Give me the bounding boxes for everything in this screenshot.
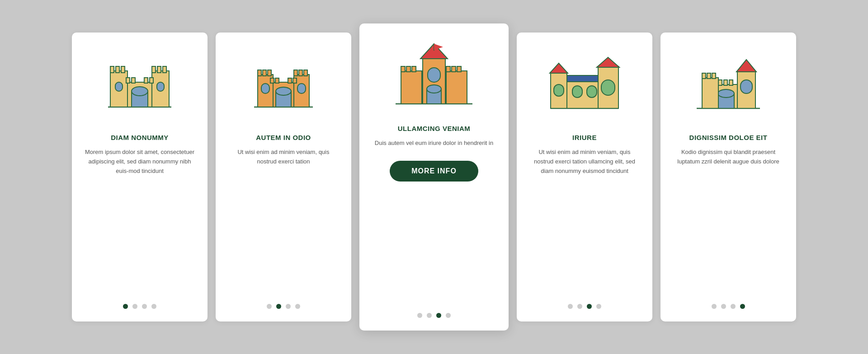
card-5-text: Kodio dignissim qui blandit praesent lup… [673, 148, 783, 167]
svg-rect-32 [270, 78, 274, 83]
svg-point-55 [427, 85, 441, 93]
card-3-title: ULLAMCING VENIAM [398, 125, 471, 132]
card-4-text: Ut wisi enim ad minim veniam, quis nostr… [529, 148, 640, 176]
card-4-dots [568, 299, 601, 309]
dot [142, 304, 147, 309]
castle-icon-3 [393, 42, 475, 114]
svg-rect-11 [157, 66, 161, 73]
dot [295, 304, 300, 309]
svg-rect-33 [275, 78, 279, 83]
svg-rect-34 [288, 78, 292, 83]
svg-point-71 [718, 89, 734, 98]
svg-rect-42 [401, 71, 422, 104]
svg-rect-44 [406, 66, 410, 72]
svg-rect-8 [115, 82, 123, 91]
more-info-button[interactable]: MORE INFO [390, 161, 478, 182]
dot [568, 304, 573, 309]
dot [446, 313, 451, 318]
card-4-title: IRIURE [572, 134, 597, 141]
dot [596, 304, 601, 309]
svg-rect-31 [297, 84, 306, 93]
dot [151, 304, 156, 309]
svg-rect-35 [293, 78, 297, 83]
svg-rect-12 [163, 66, 166, 73]
svg-rect-45 [412, 66, 416, 72]
svg-rect-48 [452, 66, 456, 72]
card-2-text: Ut wisi enim ad minim veniam, quis nostr… [228, 148, 339, 167]
card-5-title: DIGNISSIM DOLOE EIT [689, 134, 768, 141]
svg-rect-14 [126, 78, 130, 83]
card-3: ULLAMCING VENIAM Duis autem vel eum iriu… [359, 23, 509, 331]
cards-container: DIAM NONUMMY Morem ipsum dolor sit amet,… [45, 5, 823, 349]
castle-icon-4 [544, 51, 625, 123]
svg-rect-6 [116, 66, 119, 73]
svg-marker-77 [736, 60, 756, 72]
svg-rect-47 [446, 66, 450, 72]
svg-rect-16 [144, 78, 148, 83]
dot-active [276, 304, 281, 309]
svg-rect-13 [157, 82, 164, 91]
dot [427, 313, 432, 318]
svg-rect-5 [110, 66, 114, 73]
svg-rect-74 [707, 73, 711, 79]
svg-rect-80 [724, 80, 727, 85]
svg-marker-64 [597, 57, 619, 67]
svg-rect-7 [121, 66, 125, 73]
svg-rect-28 [294, 70, 297, 76]
dot [712, 304, 717, 309]
card-3-text: Duis autem vel eum iriure dolor in hendr… [375, 139, 493, 148]
svg-rect-79 [718, 80, 722, 85]
svg-point-3 [132, 87, 148, 96]
svg-rect-66 [572, 86, 582, 98]
svg-rect-43 [401, 66, 405, 72]
svg-rect-62 [554, 84, 564, 96]
card-2-dots [267, 299, 300, 309]
svg-rect-30 [304, 70, 307, 76]
svg-rect-29 [299, 70, 302, 76]
svg-rect-72 [702, 78, 718, 108]
svg-rect-73 [702, 73, 706, 79]
dot-active [587, 304, 592, 309]
card-1-text: Morem ipsum dolor sit amet, consectetuer… [85, 148, 195, 176]
card-5: DIGNISSIM DOLOE EIT Kodio dignissim qui … [660, 33, 796, 321]
svg-marker-61 [550, 63, 568, 73]
dot [132, 304, 137, 309]
svg-rect-49 [457, 66, 461, 72]
castle-icon-2 [243, 51, 324, 123]
svg-rect-10 [152, 66, 156, 73]
card-4: IRIURE Ut wisi enim ad minim veniam, qui… [517, 33, 652, 321]
svg-rect-75 [712, 73, 716, 79]
castle-icon-1 [99, 51, 180, 123]
card-1-dots [123, 299, 156, 309]
dot [721, 304, 726, 309]
svg-rect-81 [729, 80, 733, 85]
card-2: AUTEM IN ODIO Ut wisi enim ad minim veni… [216, 33, 351, 321]
svg-rect-67 [587, 86, 597, 98]
dot-active [436, 313, 441, 318]
card-3-dots [417, 308, 451, 318]
svg-rect-78 [741, 80, 752, 93]
svg-rect-17 [150, 78, 153, 83]
dot [267, 304, 272, 309]
dot-active [123, 304, 128, 309]
svg-rect-65 [601, 80, 615, 95]
svg-rect-23 [258, 70, 261, 76]
svg-point-21 [276, 87, 291, 95]
dot [577, 304, 582, 309]
card-2-title: AUTEM IN ODIO [256, 134, 311, 141]
card-1: DIAM NONUMMY Morem ipsum dolor sit amet,… [72, 33, 208, 321]
svg-rect-56 [428, 68, 440, 82]
svg-rect-25 [268, 70, 271, 76]
castle-icon-5 [688, 51, 769, 123]
card-1-title: DIAM NONUMMY [111, 134, 169, 141]
svg-rect-15 [132, 78, 135, 83]
card-5-dots [712, 299, 745, 309]
dot [417, 313, 422, 318]
dot [731, 304, 736, 309]
svg-rect-24 [263, 70, 266, 76]
dot [286, 304, 291, 309]
svg-rect-26 [261, 84, 269, 93]
dot-active [740, 304, 745, 309]
svg-rect-46 [446, 71, 467, 104]
